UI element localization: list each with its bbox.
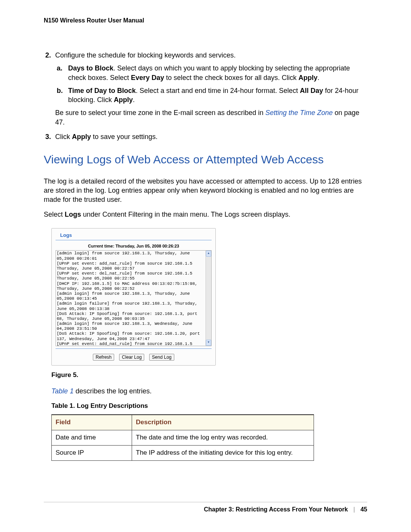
table-title: Table 1. Log Entry Descriptions xyxy=(51,402,367,411)
scroll-down-icon[interactable]: ▼ xyxy=(206,340,211,346)
log-line: [UPnP set event: add_nat_rule] from sour… xyxy=(57,261,205,271)
th-field: Field xyxy=(52,415,132,430)
step-2b-mid: . Select a start and end time in 24-hour… xyxy=(136,87,300,94)
log-line: [DHCP IP: 192.168.1.5] to MAC address 00… xyxy=(57,281,205,291)
log-line: [admin login failure] from source 192.16… xyxy=(57,301,205,311)
figure-caption: Figure 5. xyxy=(51,371,367,380)
table-reference: Table 1 describes the log entries. xyxy=(51,387,367,396)
log-line: [admin login] from source 192.168.1.3, T… xyxy=(57,291,205,301)
step-2a-apply: Apply xyxy=(298,74,317,81)
step-3-pre: Click xyxy=(55,133,72,141)
step-2a: a. Days to Block. Select days on which y… xyxy=(68,64,367,82)
log-line: [DoS Attack: IP Spoofing] from source: 1… xyxy=(57,331,205,341)
section-p1: The log is a detailed record of the webs… xyxy=(44,177,367,204)
step-2a-marker: a. xyxy=(57,64,62,73)
step-2b-marker: b. xyxy=(57,86,63,95)
doc-title: N150 Wireless Router User Manual xyxy=(44,17,367,24)
log-line: [DoS Attack: IP Spoofing] from source: 1… xyxy=(57,312,205,321)
refresh-button[interactable]: Refresh xyxy=(93,354,114,361)
step-2b-allday: All Day xyxy=(300,87,323,94)
step-2b: b. Time of Day to Block. Select a start … xyxy=(68,86,367,105)
scroll-up-icon[interactable]: ▲ xyxy=(206,251,211,257)
footer-page-number: 45 xyxy=(360,506,367,513)
timezone-pre: Be sure to select your time zone in the … xyxy=(55,109,265,117)
step-2-text: Configure the schedule for blocking keyw… xyxy=(55,51,236,59)
footer-separator: | xyxy=(354,506,355,513)
logs-textarea[interactable]: [admin login] from source 192.168.1.3, T… xyxy=(56,250,212,346)
logs-scrollbar[interactable]: ▲ ▼ xyxy=(206,251,211,346)
timezone-note: Be sure to select your time zone in the … xyxy=(55,108,367,127)
table-row: Source IPThe IP address of the initiatin… xyxy=(52,445,314,460)
section-p2: Select Logs under Content Filtering in t… xyxy=(44,210,367,219)
step-2a-label: Days to Block xyxy=(68,64,113,72)
cell-description: The IP address of the initiating device … xyxy=(132,445,314,460)
section-p2-logs: Logs xyxy=(65,211,81,218)
step-2a-period: . xyxy=(317,74,319,81)
step-3-marker: 3. xyxy=(45,132,51,141)
table-ref-post: describes the log entries. xyxy=(73,387,151,395)
table-row: Date and timeThe date and time the log e… xyxy=(52,430,314,445)
step-3-post: to save your settings. xyxy=(91,133,158,141)
step-2a-after: to select the check boxes for all days. … xyxy=(164,74,298,81)
timezone-link[interactable]: Setting the Time Zone xyxy=(265,109,333,117)
log-line: [admin login] from source 192.168.1.3, W… xyxy=(57,321,205,331)
logs-panel-title: Logs xyxy=(56,231,212,240)
step-2: 2. Configure the schedule for blocking k… xyxy=(55,51,367,127)
logs-current-time: Current time: Thursday, Jun 05, 2008 00:… xyxy=(52,242,215,251)
footer-chapter: Chapter 3: Restricting Access From Your … xyxy=(204,506,348,513)
step-3-apply: Apply xyxy=(72,133,91,141)
log-line: [admin login] from source 192.168.1.3, T… xyxy=(57,251,205,261)
step-3: 3. Click Apply to save your settings. xyxy=(55,132,367,141)
log-line: [UPnP set event: add_nat_rule] from sour… xyxy=(57,342,205,346)
log-entry-table: Field Description Date and timeThe date … xyxy=(51,414,314,461)
step-2b-period: . xyxy=(133,96,135,104)
step-2b-label: Time of Day to Block xyxy=(68,87,136,94)
log-line: [UPnP set event: del_nat_rule] from sour… xyxy=(57,271,205,281)
logs-entries: [admin login] from source 192.168.1.3, T… xyxy=(56,251,206,346)
section-p2-post: under Content Filtering in the main menu… xyxy=(81,211,290,218)
step-2-marker: 2. xyxy=(45,51,51,60)
section-p2-pre: Select xyxy=(44,211,65,218)
step-2a-everyday: Every Day xyxy=(131,74,164,81)
step-2b-apply: Apply xyxy=(114,96,133,104)
section-title: Viewing Logs of Web Access or Attempted … xyxy=(44,152,367,168)
cell-description: The date and time the log entry was reco… xyxy=(132,430,314,445)
clear-log-button[interactable]: Clear Log xyxy=(119,354,144,361)
logs-panel: Logs Current time: Thursday, Jun 05, 200… xyxy=(51,228,216,366)
cell-field: Date and time xyxy=(52,430,132,445)
th-description: Description xyxy=(132,415,314,430)
send-log-button[interactable]: Send Log xyxy=(149,354,174,361)
page-footer: Chapter 3: Restricting Access From Your … xyxy=(44,502,367,513)
cell-field: Source IP xyxy=(52,445,132,460)
table-ref-link[interactable]: Table 1 xyxy=(51,387,73,395)
